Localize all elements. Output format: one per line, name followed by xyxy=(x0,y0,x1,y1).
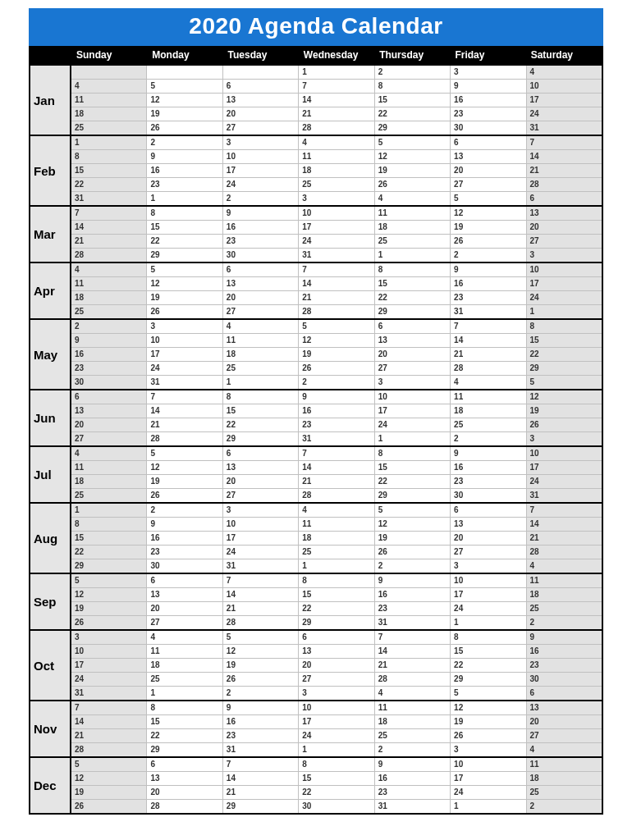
day-cell: 12 xyxy=(147,277,222,290)
day-cell: 6 xyxy=(299,631,374,644)
day-cell: 14 xyxy=(375,645,451,658)
weeks-container: 5678910111213141516171819202122232425262… xyxy=(71,574,602,629)
week-row: 19202122232425 xyxy=(71,602,602,616)
day-cell: 28 xyxy=(223,616,299,629)
day-cell: 26 xyxy=(71,800,147,813)
week-row: 262728293112 xyxy=(71,616,602,629)
day-cell: 26 xyxy=(71,616,147,629)
day-cell: 24 xyxy=(223,546,299,559)
day-cell: 3 xyxy=(223,504,299,517)
day-cell: 21 xyxy=(223,786,299,799)
day-cell: 4 xyxy=(527,743,602,756)
calendar-page: 2020 Agenda Calendar SundayMondayTuesday… xyxy=(29,8,603,815)
week-row: 45678910 xyxy=(71,263,602,277)
day-cell: 31 xyxy=(71,687,147,700)
day-cell: 31 xyxy=(527,489,602,502)
day-cell: 9 xyxy=(451,447,526,460)
month-block: Mar7891011121314151617181920212223242526… xyxy=(30,205,602,262)
day-cell: 18 xyxy=(451,404,526,418)
weeks-container: 1234567891011121314151617181920212223242… xyxy=(71,136,602,205)
day-cell: 26 xyxy=(451,235,526,248)
day-cell: 8 xyxy=(527,320,602,333)
day-cell: 28 xyxy=(71,249,147,262)
day-cell xyxy=(223,66,299,79)
day-cell: 27 xyxy=(223,489,299,502)
week-row: 2829311234 xyxy=(71,743,602,756)
day-cell: 7 xyxy=(223,758,299,771)
day-cell: 24 xyxy=(527,107,602,121)
day-cell: 10 xyxy=(527,80,602,93)
day-cell: 29 xyxy=(147,249,222,262)
day-cell: 19 xyxy=(299,348,374,361)
day-cell: 15 xyxy=(71,164,147,177)
day-cell: 19 xyxy=(527,404,602,418)
day-cell: 25 xyxy=(527,602,602,615)
week-row: 31123456 xyxy=(71,687,602,700)
week-row: 891011121314 xyxy=(71,518,602,532)
day-cell: 6 xyxy=(451,136,526,149)
day-cell: 18 xyxy=(223,348,299,361)
day-cell: 2 xyxy=(147,136,222,149)
day-cell: 7 xyxy=(527,504,602,517)
day-cell: 3 xyxy=(299,192,374,205)
day-cell: 28 xyxy=(375,673,451,686)
day-cell: 20 xyxy=(147,602,222,615)
day-cell: 2 xyxy=(375,559,451,573)
day-header: Tuesday xyxy=(223,46,299,64)
month-label: Jan xyxy=(30,66,71,135)
day-cell: 18 xyxy=(147,659,222,672)
day-cell: 14 xyxy=(299,277,374,290)
day-cell: 10 xyxy=(527,263,602,276)
day-cell: 24 xyxy=(375,418,451,431)
day-cell: 13 xyxy=(223,94,299,107)
day-cell: 25 xyxy=(299,546,374,559)
day-cell: 16 xyxy=(451,461,526,474)
day-cell: 16 xyxy=(299,404,374,418)
day-cell: 28 xyxy=(71,743,147,756)
day-cell: 7 xyxy=(299,263,374,276)
week-row: 13141516171819 xyxy=(71,404,602,418)
month-label: Apr xyxy=(30,263,71,318)
day-cell: 3 xyxy=(527,249,602,262)
day-cell: 24 xyxy=(71,673,147,686)
day-cell: 26 xyxy=(147,489,222,502)
day-cell: 12 xyxy=(71,588,147,601)
month-label: Mar xyxy=(30,207,71,262)
day-cell: 5 xyxy=(147,447,222,460)
day-cell: 25 xyxy=(299,178,374,191)
day-cell: 19 xyxy=(223,659,299,672)
day-cell: 31 xyxy=(299,432,374,445)
day-cell: 13 xyxy=(451,150,526,163)
day-cell: 24 xyxy=(147,362,222,375)
day-header-row: SundayMondayTuesdayWednesdayThursdayFrid… xyxy=(30,46,602,64)
weeks-container: 5678910111213141516171819202122232425262… xyxy=(71,758,602,813)
day-cell: 23 xyxy=(451,475,526,488)
day-cell: 26 xyxy=(147,121,222,135)
day-cell: 20 xyxy=(147,786,222,799)
day-cell: 13 xyxy=(527,207,602,220)
day-cell: 19 xyxy=(147,107,222,121)
day-cell: 22 xyxy=(71,546,147,559)
day-cell: 23 xyxy=(451,107,526,121)
weeks-container: 7891011121314151617181920212223242526272… xyxy=(71,207,602,262)
day-cell: 6 xyxy=(223,447,299,460)
day-cell: 23 xyxy=(223,729,299,742)
day-cell: 10 xyxy=(527,447,602,460)
day-cell: 13 xyxy=(147,772,222,785)
day-cell: 9 xyxy=(147,150,222,163)
week-row: 1234567 xyxy=(71,504,602,518)
day-cell: 24 xyxy=(223,178,299,191)
day-cell: 18 xyxy=(71,475,147,488)
day-cell: 28 xyxy=(147,800,222,813)
day-cell: 12 xyxy=(147,461,222,474)
week-row: 45678910 xyxy=(71,80,602,94)
day-cell: 15 xyxy=(223,404,299,418)
month-block: Jul4567891011121314151617181920212223242… xyxy=(30,445,602,502)
day-cell: 7 xyxy=(375,631,451,644)
day-cell: 18 xyxy=(71,291,147,304)
day-cell: 15 xyxy=(71,532,147,545)
day-cell: 20 xyxy=(451,164,526,177)
week-row: 891011121314 xyxy=(71,150,602,164)
day-cell: 8 xyxy=(451,631,526,644)
day-cell: 14 xyxy=(223,772,299,785)
